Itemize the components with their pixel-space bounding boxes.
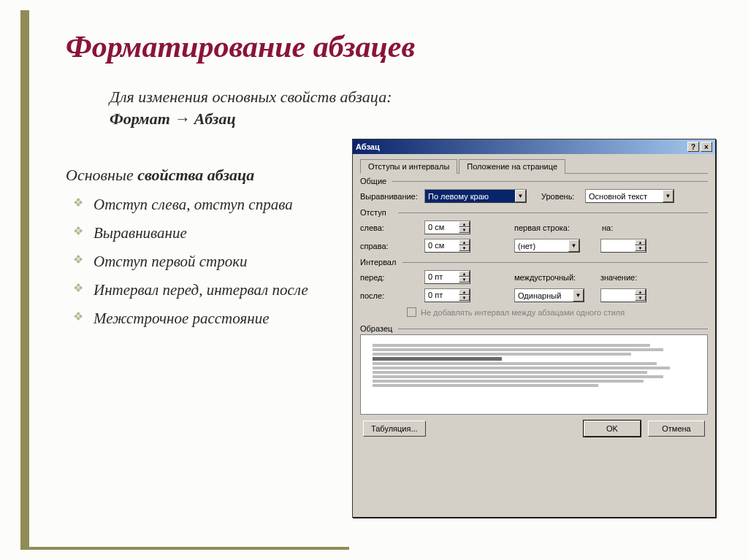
label-by: на:	[602, 223, 631, 232]
dropdown-first-line-value: (нет)	[515, 242, 568, 250]
dialog-titlebar[interactable]: Абзац ? ×	[353, 139, 715, 154]
tabs-button-label: Табуляция...	[371, 424, 418, 433]
preview-current-line	[373, 357, 502, 361]
slide-left-bar	[20, 10, 29, 550]
spin-buttons: ▲ ▼	[459, 289, 470, 302]
dropdown-line-spacing-value: Одинарный	[515, 291, 573, 300]
slide-bottom-bar	[20, 547, 349, 550]
label-left: слева:	[360, 223, 424, 232]
tabs-button[interactable]: Табуляция...	[363, 421, 426, 437]
cancel-button-label: Отмена	[662, 424, 690, 433]
spin-up-icon[interactable]: ▲	[635, 239, 646, 245]
spin-up-icon[interactable]: ▲	[459, 239, 470, 245]
spin-down-icon[interactable]: ▼	[635, 245, 646, 251]
spin-up-icon[interactable]: ▲	[635, 289, 646, 295]
group-interval-title: Интервал	[360, 258, 708, 266]
chevron-down-icon[interactable]: ▼	[663, 190, 673, 202]
tab-page-position[interactable]: Положение на странице	[459, 159, 565, 174]
menu-arrow: →	[170, 110, 194, 128]
titlebar-buttons: ? ×	[687, 142, 712, 152]
dropdown-line-spacing[interactable]: Одинарный ▼	[514, 288, 584, 302]
group-sample-label: Образец	[360, 324, 392, 333]
spin-right[interactable]: 0 см ▲ ▼	[424, 239, 470, 253]
spin-buttons: ▲ ▼	[459, 221, 470, 234]
row-alignment: Выравнивание: По левому краю ▼ Уровень: …	[360, 187, 708, 205]
chevron-down-icon[interactable]: ▼	[515, 190, 526, 202]
spin-before-value: 0 пт	[425, 271, 459, 283]
close-button[interactable]: ×	[701, 142, 712, 152]
checkbox-no-space-label: Не добавлять интервал между абзацами одн…	[421, 308, 625, 317]
cancel-button[interactable]: Отмена	[648, 421, 705, 437]
list-heading-bold: свойства абзаца	[137, 166, 254, 184]
preview-box	[360, 334, 708, 415]
spin-buttons: ▲ ▼	[635, 239, 646, 252]
label-level: Уровень:	[541, 192, 585, 201]
spin-up-icon[interactable]: ▲	[459, 221, 470, 227]
spin-down-icon[interactable]: ▼	[459, 245, 470, 251]
group-sample-title: Образец	[360, 324, 708, 333]
checkbox-no-space[interactable]	[407, 307, 416, 317]
tab-strip: Отступы и интервалы Положение на страниц…	[360, 158, 708, 174]
dropdown-alignment[interactable]: По левому краю ▼	[424, 189, 527, 203]
spin-down-icon[interactable]: ▼	[459, 227, 470, 233]
row-indent-left: слева: 0 см ▲ ▼ первая строка: на:	[360, 218, 708, 237]
row-interval-after: после: 0 пт ▲ ▼ Одинарный ▼ ▲ ▼	[360, 286, 708, 304]
spin-down-icon[interactable]: ▼	[635, 295, 646, 301]
menu-format: Формат	[110, 110, 170, 128]
group-interval-label: Интервал	[360, 258, 396, 266]
label-alignment: Выравнивание:	[360, 192, 424, 201]
dropdown-level[interactable]: Основной текст ▼	[585, 189, 674, 203]
dialog-footer: Табуляция... OK Отмена	[360, 415, 708, 438]
slide-subtitle: Для изменения основных свойств абзаца: Ф…	[110, 86, 733, 129]
spin-left[interactable]: 0 см ▲ ▼	[424, 220, 470, 234]
spin-after[interactable]: 0 пт ▲ ▼	[424, 288, 470, 302]
row-interval-before: перед: 0 пт ▲ ▼ междустрочный: значение:	[360, 268, 708, 286]
menu-paragraph: Абзац	[194, 110, 236, 128]
dialog-title-text: Абзац	[356, 142, 380, 151]
spin-value-value	[601, 289, 635, 302]
spin-up-icon[interactable]: ▲	[459, 271, 470, 277]
dialog-body: Отступы и интервалы Положение на страниц…	[353, 154, 715, 445]
spin-right-value: 0 см	[425, 239, 459, 252]
chevron-down-icon[interactable]: ▼	[568, 239, 579, 252]
paragraph-dialog: Абзац ? × Отступы и интервалы Положение …	[352, 139, 716, 518]
label-before: перед:	[360, 273, 424, 282]
spin-down-icon[interactable]: ▼	[459, 277, 470, 283]
spin-buttons: ▲ ▼	[635, 289, 646, 302]
spin-by[interactable]: ▲ ▼	[600, 239, 646, 253]
tab-page-position-label: Положение на странице	[467, 162, 557, 171]
spin-buttons: ▲ ▼	[459, 239, 470, 252]
spin-value[interactable]: ▲ ▼	[600, 288, 646, 302]
tab-indents[interactable]: Отступы и интервалы	[360, 159, 457, 174]
spin-after-value: 0 пт	[425, 289, 459, 302]
spin-buttons: ▲ ▼	[459, 271, 470, 283]
spin-up-icon[interactable]: ▲	[459, 289, 470, 295]
help-icon: ?	[691, 143, 695, 151]
list-heading-pre: Основные	[66, 166, 137, 184]
dropdown-alignment-value: По левому краю	[425, 192, 515, 201]
dropdown-first-line[interactable]: (нет) ▼	[514, 239, 580, 253]
ok-button-label: OK	[606, 424, 618, 433]
ok-button[interactable]: OK	[584, 421, 641, 437]
group-indent-title: Отступ	[360, 208, 708, 217]
close-icon: ×	[704, 143, 709, 151]
spin-left-value: 0 см	[425, 221, 459, 234]
label-first-line: первая строка:	[514, 223, 581, 232]
spin-by-value	[601, 239, 635, 252]
spin-before[interactable]: 0 пт ▲ ▼	[424, 270, 470, 284]
label-value: значение:	[600, 273, 644, 282]
group-general-label: Общие	[360, 177, 386, 185]
tab-indents-label: Отступы и интервалы	[368, 162, 449, 171]
group-general-title: Общие	[360, 177, 708, 185]
slide-title: Форматирование абзацев	[66, 29, 733, 64]
label-after: после:	[360, 291, 424, 300]
label-line-spacing: междустрочный:	[514, 273, 587, 282]
dropdown-level-value: Основной текст	[586, 192, 663, 201]
subtitle-text: Для изменения основных свойств абзаца:	[110, 88, 392, 106]
spin-down-icon[interactable]: ▼	[459, 295, 470, 301]
help-button[interactable]: ?	[687, 142, 699, 152]
row-no-space-checkbox: Не добавлять интервал между абзацами одн…	[360, 304, 708, 321]
chevron-down-icon[interactable]: ▼	[573, 289, 584, 302]
label-right: справа:	[360, 242, 424, 250]
group-indent-label: Отступ	[360, 208, 386, 217]
